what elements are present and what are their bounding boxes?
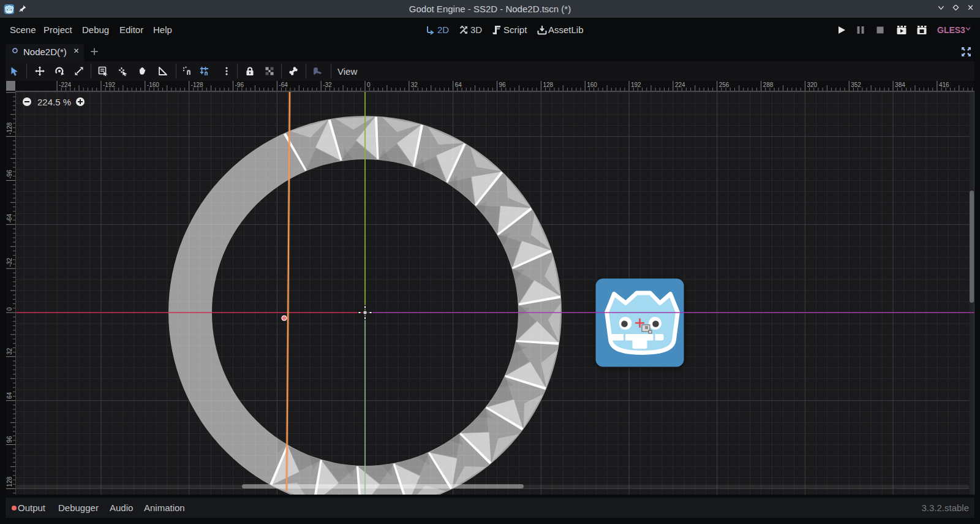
svg-text:-32: -32 (323, 82, 332, 88)
svg-text:320: 320 (807, 82, 817, 88)
svg-text:-96: -96 (235, 82, 244, 88)
svg-text:352: 352 (851, 82, 861, 88)
svg-text:-160: -160 (147, 82, 159, 88)
svg-text:96: 96 (6, 436, 13, 443)
svg-text:-96: -96 (6, 170, 13, 179)
svg-text:384: 384 (895, 82, 905, 88)
svg-text:-64: -64 (6, 213, 13, 222)
svg-text:-224: -224 (59, 82, 71, 88)
svg-text:160: 160 (587, 82, 597, 88)
svg-text:32: 32 (6, 347, 13, 355)
svg-text:-128: -128 (6, 122, 13, 134)
svg-text:224: 224 (675, 82, 685, 88)
svg-text:192: 192 (631, 82, 641, 88)
svg-text:288: 288 (763, 82, 774, 88)
svg-text:96: 96 (499, 82, 507, 88)
svg-text:-32: -32 (6, 257, 13, 267)
svg-text:-128: -128 (191, 82, 203, 88)
svg-text:256: 256 (719, 82, 729, 88)
svg-text:-192: -192 (103, 82, 115, 88)
svg-text:128: 128 (543, 82, 553, 88)
svg-text:0: 0 (6, 307, 13, 311)
svg-text:64: 64 (6, 392, 13, 399)
svg-text:128: 128 (6, 476, 13, 487)
svg-text:-64: -64 (279, 82, 288, 88)
svg-text:32: 32 (411, 82, 418, 88)
svg-text:0: 0 (367, 82, 371, 88)
svg-text:64: 64 (455, 82, 462, 88)
svg-text:416: 416 (939, 82, 949, 88)
